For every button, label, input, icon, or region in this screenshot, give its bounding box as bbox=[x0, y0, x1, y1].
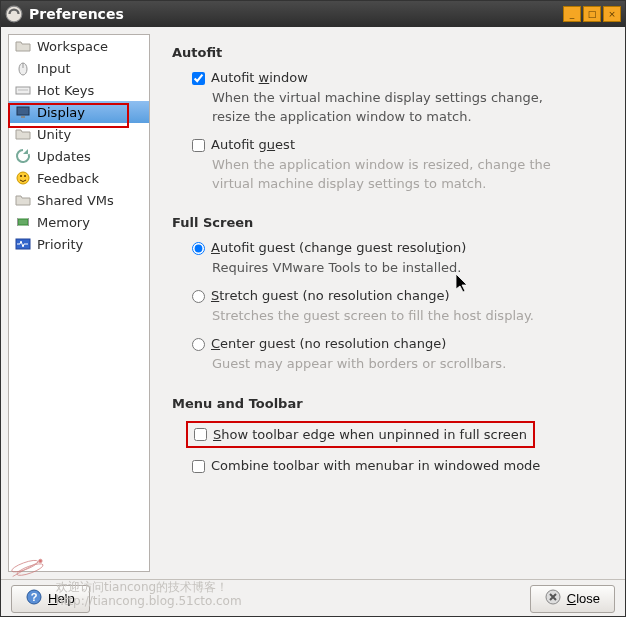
sidebar-item-label: Updates bbox=[37, 149, 91, 164]
refresh-icon bbox=[15, 148, 31, 164]
sidebar-item-hotkeys[interactable]: Hot Keys bbox=[9, 79, 149, 101]
sidebar-item-label: Shared VMs bbox=[37, 193, 114, 208]
fs-stretch-help: Stretches the guest screen to fill the h… bbox=[212, 307, 582, 326]
sidebar-item-label: Input bbox=[37, 61, 71, 76]
sidebar-item-display[interactable]: Display bbox=[9, 101, 149, 123]
show-edge-label[interactable]: Show toolbar edge when unpinned in full … bbox=[213, 427, 527, 442]
smiley-icon bbox=[15, 170, 31, 186]
autofit-window-checkbox[interactable] bbox=[192, 72, 205, 85]
fs-center-help: Guest may appear with borders or scrollb… bbox=[212, 355, 582, 374]
fs-autofit-help: Requires VMware Tools to be installed. bbox=[212, 259, 582, 278]
content-pane: Autofit Autofit window When the virtual … bbox=[150, 27, 625, 579]
autofit-guest-checkbox[interactable] bbox=[192, 139, 205, 152]
sidebar-item-label: Feedback bbox=[37, 171, 99, 186]
sidebar-item-feedback[interactable]: Feedback bbox=[9, 167, 149, 189]
fs-center-row: Center guest (no resolution change) bbox=[192, 336, 607, 351]
monitor-icon bbox=[15, 104, 31, 120]
svg-rect-11 bbox=[17, 218, 18, 226]
show-edge-checkbox[interactable] bbox=[194, 428, 207, 441]
sidebar-item-workspace[interactable]: Workspace bbox=[9, 35, 149, 57]
autofit-guest-row: Autofit guest bbox=[192, 137, 607, 152]
autofit-window-row: Autofit window bbox=[192, 70, 607, 85]
pulse-icon bbox=[15, 236, 31, 252]
footer: ? Help Close 欢迎访问tiancong的技术博客！ http://t… bbox=[1, 579, 625, 617]
body: Workspace Input Hot Keys Display Unity U… bbox=[1, 27, 625, 579]
svg-rect-12 bbox=[28, 218, 29, 226]
help-button[interactable]: ? Help bbox=[11, 585, 90, 613]
svg-text:?: ? bbox=[31, 591, 38, 603]
fs-center-label[interactable]: Center guest (no resolution change) bbox=[211, 336, 446, 351]
svg-point-9 bbox=[24, 175, 26, 177]
minimize-button[interactable]: _ bbox=[563, 6, 581, 22]
sidebar-item-updates[interactable]: Updates bbox=[9, 145, 149, 167]
chip-icon bbox=[15, 214, 31, 230]
fs-autofit-radio[interactable] bbox=[192, 242, 205, 255]
fs-stretch-radio[interactable] bbox=[192, 290, 205, 303]
close-button[interactable]: Close bbox=[530, 585, 615, 613]
svg-point-8 bbox=[20, 175, 22, 177]
titlebar: Preferences _ □ × bbox=[1, 1, 625, 27]
section-menu-title: Menu and Toolbar bbox=[172, 396, 607, 411]
close-window-button[interactable]: × bbox=[603, 6, 621, 22]
combine-row: Combine toolbar with menubar in windowed… bbox=[192, 458, 607, 473]
close-icon bbox=[545, 589, 561, 608]
autofit-guest-label[interactable]: Autofit guest bbox=[211, 137, 295, 152]
svg-point-7 bbox=[17, 172, 29, 184]
sidebar-item-memory[interactable]: Memory bbox=[9, 211, 149, 233]
svg-rect-10 bbox=[18, 219, 28, 225]
section-fullscreen-title: Full Screen bbox=[172, 215, 607, 230]
help-label: Help bbox=[48, 591, 75, 606]
close-label: Close bbox=[567, 591, 600, 606]
autofit-guest-help: When the application window is resized, … bbox=[212, 156, 582, 194]
maximize-button[interactable]: □ bbox=[583, 6, 601, 22]
svg-rect-5 bbox=[17, 107, 29, 115]
sidebar-item-unity[interactable]: Unity bbox=[9, 123, 149, 145]
mouse-icon bbox=[15, 60, 31, 76]
sidebar-item-label: Priority bbox=[37, 237, 83, 252]
sidebar-item-label: Memory bbox=[37, 215, 90, 230]
fs-stretch-row: Stretch guest (no resolution change) bbox=[192, 288, 607, 303]
window-title: Preferences bbox=[29, 6, 563, 22]
sidebar-item-sharedvms[interactable]: Shared VMs bbox=[9, 189, 149, 211]
combine-checkbox[interactable] bbox=[192, 460, 205, 473]
fs-autofit-label[interactable]: Autofit guest (change guest resolution) bbox=[211, 240, 466, 255]
sidebar: Workspace Input Hot Keys Display Unity U… bbox=[8, 34, 150, 572]
fs-center-radio[interactable] bbox=[192, 338, 205, 351]
app-icon bbox=[5, 5, 23, 23]
folder-icon bbox=[15, 192, 31, 208]
sidebar-item-label: Unity bbox=[37, 127, 71, 142]
window-buttons: _ □ × bbox=[563, 6, 621, 22]
sidebar-item-label: Workspace bbox=[37, 39, 108, 54]
svg-rect-6 bbox=[21, 116, 25, 118]
folder-icon bbox=[15, 126, 31, 142]
keyboard-icon bbox=[15, 82, 31, 98]
fs-autofit-row: Autofit guest (change guest resolution) bbox=[192, 240, 607, 255]
sidebar-item-priority[interactable]: Priority bbox=[9, 233, 149, 255]
fs-stretch-label[interactable]: Stretch guest (no resolution change) bbox=[211, 288, 450, 303]
sidebar-item-label: Display bbox=[37, 105, 85, 120]
sidebar-item-input[interactable]: Input bbox=[9, 57, 149, 79]
section-autofit-title: Autofit bbox=[172, 45, 607, 60]
show-edge-highlight: Show toolbar edge when unpinned in full … bbox=[186, 421, 535, 448]
combine-label[interactable]: Combine toolbar with menubar in windowed… bbox=[211, 458, 540, 473]
sidebar-item-label: Hot Keys bbox=[37, 83, 94, 98]
autofit-window-label[interactable]: Autofit window bbox=[211, 70, 308, 85]
autofit-window-help: When the virtual machine display setting… bbox=[212, 89, 582, 127]
help-icon: ? bbox=[26, 589, 42, 608]
folder-icon bbox=[15, 38, 31, 54]
